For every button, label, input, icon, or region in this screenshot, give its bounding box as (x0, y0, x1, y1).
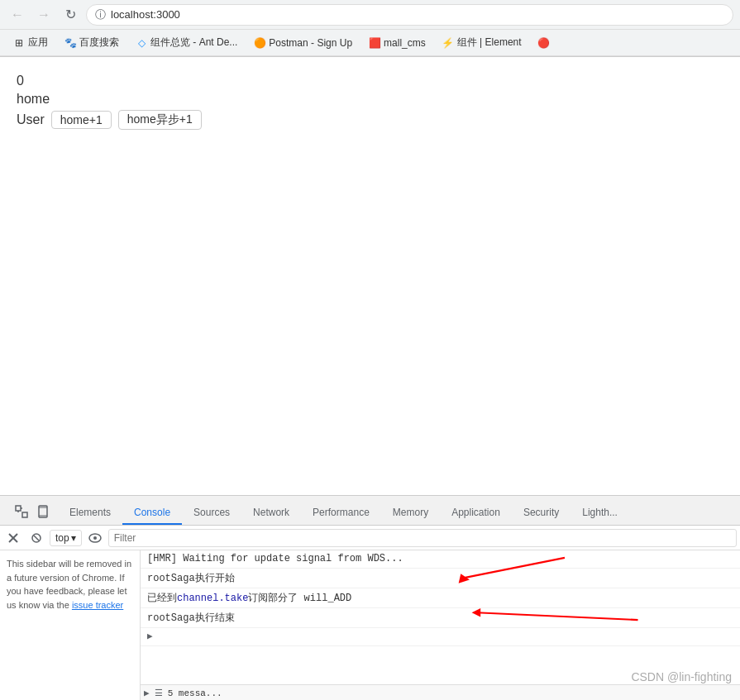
mallcms-icon: 🟥 (369, 37, 380, 49)
element-icon: ⚡ (442, 37, 454, 49)
svg-rect-0 (16, 506, 21, 511)
apps-icon: ⊞ (13, 37, 25, 49)
tab-lighthouse[interactable]: Lighth... (571, 502, 629, 525)
page-user-row: User home+1 home异步+1 (17, 110, 723, 130)
svg-line-10 (34, 536, 39, 540)
devtools-tabs-bar: Elements Console Sources Network Perform… (0, 496, 740, 526)
bookmark-extra[interactable]: 🔴 (532, 36, 556, 50)
devtools-sidebar-panel: This sidebar will be removed in a future… (0, 550, 141, 700)
address-bar[interactable]: ⓘ localhost:3000 (86, 4, 733, 26)
tab-performance[interactable]: Performance (301, 502, 381, 525)
console-line-channel: 已经到channel.take订阅部分了 will_ADD (141, 588, 740, 608)
rootsaga-end-text: rootSaga执行结束 (147, 611, 733, 625)
console-footer: ▶ ☰ 5 messa... (141, 684, 740, 700)
page-home: home (17, 92, 723, 107)
tab-console[interactable]: Console (122, 502, 182, 525)
devtools-toolbar: top ▾ (0, 526, 740, 550)
tab-application[interactable]: Application (440, 502, 512, 525)
info-icon: ⓘ (95, 7, 106, 22)
sidebar-issue-tracker-link[interactable]: issue tracker (72, 600, 123, 610)
eye-button[interactable] (85, 528, 105, 548)
svg-rect-1 (22, 512, 27, 517)
bookmark-postman-label: Postman - Sign Up (269, 37, 352, 49)
bookmark-ant[interactable]: ◇ 组件总览 - Ant De... (129, 34, 244, 51)
baidu-icon: 🐾 (64, 37, 76, 49)
extra-icon: 🔴 (538, 37, 550, 49)
back-button[interactable]: ← (7, 4, 28, 26)
tab-memory[interactable]: Memory (381, 502, 440, 525)
ant-icon: ◇ (136, 37, 147, 49)
expand-arrow-icon[interactable]: ▶ (147, 631, 153, 641)
console-filter-input[interactable] (108, 529, 737, 547)
bookmark-ant-label: 组件总览 - Ant De... (150, 36, 237, 50)
console-line-rootsaga-end: rootSaga执行结束 (141, 608, 740, 628)
bookmark-baidu[interactable]: 🐾 百度搜索 (58, 34, 126, 51)
rootsaga-start-text: rootSaga执行开始 (147, 571, 733, 585)
forward-button[interactable]: → (33, 4, 55, 26)
tab-network[interactable]: Network (241, 502, 301, 525)
bookmark-baidu-label: 百度搜索 (79, 36, 119, 50)
browser-chrome: ← → ↻ ⓘ localhost:3000 ⊞ 应用 🐾 百度搜索 ◇ 组件总… (0, 0, 740, 57)
inspect-element-button[interactable] (12, 502, 31, 521)
bookmark-postman[interactable]: 🟠 Postman - Sign Up (247, 36, 359, 50)
context-select[interactable]: top ▾ (50, 530, 82, 546)
bookmark-apps[interactable]: ⊞ 应用 (7, 34, 55, 51)
device-toolbar-button[interactable] (33, 502, 53, 521)
page-number: 0 (17, 74, 723, 88)
tab-sources[interactable]: Sources (182, 502, 241, 525)
context-select-label: top (55, 532, 69, 544)
svg-point-12 (93, 536, 97, 540)
devtools-panel: Elements Console Sources Network Perform… (0, 495, 740, 700)
bookmark-mallcms[interactable]: 🟥 mall_cms (362, 36, 432, 50)
channel-text: 已经到channel.take订阅部分了 will_ADD (147, 591, 733, 605)
bookmarks-bar: ⊞ 应用 🐾 百度搜索 ◇ 组件总览 - Ant De... 🟠 Postman… (0, 30, 740, 56)
console-line-hmr: [HMR] Waiting for update signal from WDS… (141, 550, 740, 569)
tab-security[interactable]: Security (512, 502, 571, 525)
devtools-body: This sidebar will be removed in a future… (0, 550, 740, 700)
bookmark-apps-label: 应用 (28, 36, 48, 50)
bookmark-element-label: 组件 | Element (457, 36, 522, 50)
channel-code: channel.take (177, 593, 248, 604)
hmr-text: [HMR] Waiting for update signal from WDS… (147, 553, 733, 564)
page-content: 0 home User home+1 home异步+1 (0, 57, 740, 495)
home-plus-button[interactable]: home+1 (51, 111, 112, 129)
console-line-expand[interactable]: ▶ (141, 628, 740, 646)
footer-list-icon[interactable]: ☰ (155, 688, 163, 698)
devtools-left-icons (7, 498, 58, 525)
watermark: CSDN @lin-fighting (631, 670, 732, 683)
footer-message-count: 5 messa... (168, 688, 222, 698)
stop-button[interactable] (26, 528, 46, 548)
tab-elements[interactable]: Elements (58, 502, 122, 525)
console-line-rootsaga-start: rootSaga执行开始 (141, 569, 740, 588)
footer-expand-icon[interactable]: ▶ (144, 688, 150, 698)
clear-console-button[interactable] (3, 528, 23, 548)
bookmark-mallcms-label: mall_cms (384, 37, 426, 49)
reload-button[interactable]: ↻ (60, 4, 81, 26)
bookmark-element[interactable]: ⚡ 组件 | Element (436, 34, 528, 51)
home-async-plus-button[interactable]: home异步+1 (118, 110, 202, 130)
nav-bar: ← → ↻ ⓘ localhost:3000 (0, 0, 740, 30)
postman-icon: 🟠 (254, 37, 265, 49)
chevron-down-icon: ▾ (71, 532, 76, 544)
page-user-label: User (17, 112, 45, 127)
url-text: localhost:3000 (111, 8, 180, 21)
